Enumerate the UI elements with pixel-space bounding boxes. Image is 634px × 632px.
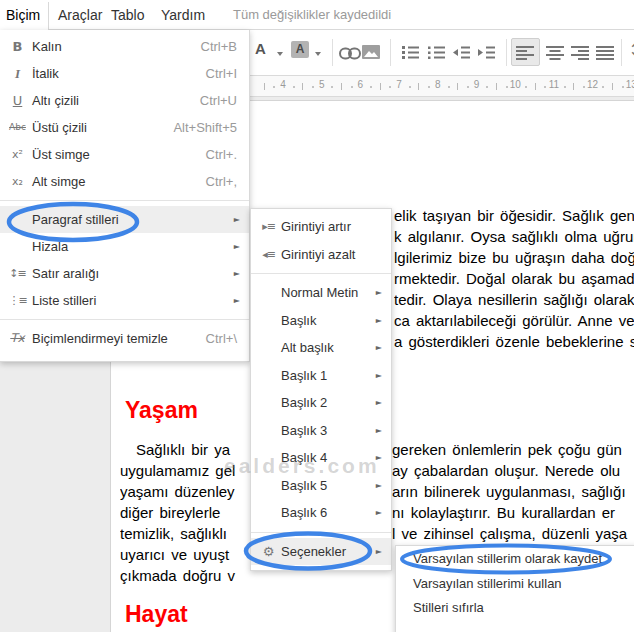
menu-item-liste-stilleri[interactable]: ⋮≡Liste stilleri►	[0, 287, 249, 314]
document-line: elik taşıyan bir öğesidir. Sağlık gene	[394, 205, 634, 226]
align-right-button[interactable]	[571, 45, 589, 64]
menu-item-label: Girintiyi artır	[281, 219, 351, 234]
menu-item-sat-r-aral[interactable]: ↕≡Satır aralığı►	[0, 260, 249, 287]
menu-item-girintiyi-art-r[interactable]: ▸≡Girintiyi artır	[251, 213, 391, 241]
menu-item-st-izili[interactable]: AbcÜstü çiziliAlt+Shift+5	[0, 114, 249, 141]
indent-increase-icon: ▸≡	[258, 213, 279, 241]
insert-image-button[interactable]	[362, 45, 380, 63]
menu-item-ba-l-k-6[interactable]: Başlık 6►	[251, 499, 391, 527]
menu-item-ba-l-k-5[interactable]: Başlık 5►	[251, 472, 391, 500]
decrease-indent-button[interactable]	[452, 45, 470, 64]
submenu-arrow-icon: ►	[376, 362, 382, 390]
submenu-arrow-icon: ►	[376, 307, 382, 335]
document-line: temizlik, sağlıklı	[120, 523, 250, 544]
numbered-list-button[interactable]	[401, 45, 419, 64]
menu-yardim[interactable]: Yardım	[161, 0, 205, 30]
menu-item-label: Başlık	[281, 313, 316, 328]
text-color-dropdown-icon[interactable]	[277, 52, 283, 56]
menu-item-label: Başlık 4	[281, 450, 327, 465]
ruler-number: 8	[435, 79, 441, 90]
menu-item-label: Varsayılan stillerimi kullan	[413, 576, 562, 591]
shortcut-label: Ctrl+\	[206, 325, 237, 352]
highlight-color-button[interactable]: A	[291, 41, 309, 58]
menu-item-varsay-lan-stillerimi-kullan[interactable]: Varsayılan stillerimi kullan	[396, 572, 634, 597]
align-center-button[interactable]	[546, 45, 564, 64]
ruler-number: 7	[396, 79, 402, 90]
document-line: l ve zihinsel çalışma, düzenli yaşa	[392, 523, 634, 544]
menu-item-label: Alt simge	[32, 174, 85, 189]
insert-link-button[interactable]	[339, 46, 361, 64]
menu-separator	[251, 532, 391, 533]
paragraph-styles-submenu: ▸≡Girintiyi artır◂≡Girintiyi azaltNormal…	[250, 208, 392, 571]
ruler-tick	[302, 83, 303, 90]
menu-item-girintiyi-azalt[interactable]: ◂≡Girintiyi azalt	[251, 241, 391, 269]
menu-item-alt-simge[interactable]: x₂Alt simgeCtrl+,	[0, 168, 249, 195]
menu-item-kal-n[interactable]: BKalınCtrl+B	[0, 33, 249, 60]
menu-item-st-simge[interactable]: x²Üst simgeCtrl+.	[0, 141, 249, 168]
submenu-arrow-icon: ►	[234, 206, 240, 233]
toolbar-separator	[621, 39, 622, 66]
menu-item-label: Üstü çizili	[32, 120, 87, 135]
menu-item-label: Alt başlık	[281, 340, 334, 355]
decrease-indent-icon	[452, 45, 470, 60]
menu-item-ba-l-k-3[interactable]: Başlık 3►	[251, 417, 391, 445]
menu-item-normal-metin[interactable]: Normal Metin►	[251, 279, 391, 307]
menu-item-se-enekler[interactable]: ⚙Seçenekler►	[251, 538, 391, 566]
menu-item-i-talik[interactable]: IİtalikCtrl+I	[0, 60, 249, 87]
menu-item-varsay-lan-stillerim-olarak-kaydet[interactable]: Varsayılan stillerim olarak kaydet	[396, 547, 634, 572]
ruler-tick	[448, 86, 450, 88]
justify-button[interactable]	[596, 45, 614, 64]
ruler-tick	[486, 86, 488, 88]
menu-item-paragraf-stilleri[interactable]: Paragraf stilleri►	[0, 206, 249, 233]
save-status: Tüm değişiklikler kaydedildi	[233, 0, 391, 30]
numbered-list-icon	[401, 45, 419, 60]
ruler-tick	[380, 83, 381, 90]
menu-item-bi-imlendirmeyi-temizle[interactable]: TxBiçimlendirmeyi temizleCtrl+\	[0, 325, 249, 352]
underline-icon: U	[7, 87, 28, 114]
menu-item-label: Liste stilleri	[32, 293, 96, 308]
submenu-arrow-icon: ►	[376, 334, 382, 362]
menu-item-hizala[interactable]: Hizala►	[0, 233, 249, 260]
menu-item-label: Satır aralığı	[32, 266, 99, 281]
ruler-tick	[428, 86, 430, 88]
menu-separator	[0, 200, 249, 201]
shortcut-label: Alt+Shift+5	[173, 114, 237, 141]
menu-item-ba-l-k-2[interactable]: Başlık 2►	[251, 389, 391, 417]
ruler-tick	[583, 86, 585, 88]
shortcut-label: Ctrl+.	[206, 141, 237, 168]
align-right-icon	[571, 45, 589, 60]
highlight-color-dropdown-icon[interactable]	[315, 52, 321, 56]
ruler-tick	[525, 86, 527, 88]
document-heading-yasam: Yaşam	[125, 397, 198, 424]
align-left-button[interactable]	[516, 45, 534, 64]
menu-item-label: İtalik	[32, 66, 59, 81]
increase-indent-button[interactable]	[477, 45, 495, 64]
toolbar-separator	[390, 39, 391, 66]
menu-item-ba-l-k-4[interactable]: Başlık 4►	[251, 444, 391, 472]
superscript-icon: x²	[7, 141, 28, 168]
menu-araclar[interactable]: Araçlar	[58, 0, 102, 30]
document-line: gereken önlemlerin pek çoğu gün	[392, 439, 634, 460]
menu-item-label: Seçenekler	[281, 544, 346, 559]
ruler-tick	[496, 83, 497, 90]
subscript-icon: x₂	[7, 168, 28, 195]
bulleted-list-button[interactable]	[427, 45, 445, 64]
line-spacing-button[interactable]: ↕	[628, 39, 634, 60]
toolbar-separator	[332, 39, 333, 66]
document-paragraph-2-right: gereken önlemlerin pek çoğu günay çabala…	[392, 439, 634, 544]
menu-item-ba-l-k-1[interactable]: Başlık 1►	[251, 362, 391, 390]
menu-item-label: Varsayılan stillerim olarak kaydet	[413, 551, 602, 566]
menu-item-stilleri-s-f-rla[interactable]: Stilleri sıfırla	[396, 596, 634, 621]
menu-item-alt-izili[interactable]: UAltı çiziliCtrl+U	[0, 87, 249, 114]
menu-tablo[interactable]: Tablo	[111, 0, 144, 30]
menu-item-ba-l-k[interactable]: Başlık►	[251, 307, 391, 335]
menu-item-alt-ba-l-k[interactable]: Alt başlık►	[251, 334, 391, 362]
document-line: uygulamamız gel	[120, 460, 250, 481]
submenu-arrow-icon: ►	[376, 499, 382, 527]
text-color-button[interactable]: A	[255, 40, 266, 57]
submenu-arrow-icon: ►	[376, 279, 382, 307]
ruler-number: 12	[587, 79, 598, 90]
ruler-tick	[389, 86, 391, 88]
menu-bicim[interactable]: Biçim	[6, 0, 40, 30]
menu-item-label: Altı çizili	[32, 93, 79, 108]
